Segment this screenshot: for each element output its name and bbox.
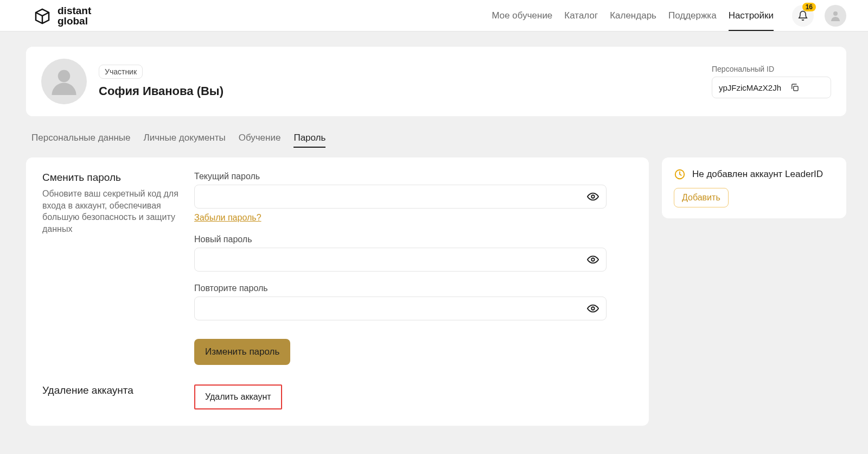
delete-account-head: Удаление аккаунта — [42, 384, 194, 409]
current-password-label: Текущий пароль — [194, 172, 607, 181]
avatar-placeholder-icon — [48, 65, 80, 98]
copy-icon[interactable] — [790, 83, 800, 92]
tab-password[interactable]: Пароль — [293, 129, 326, 148]
change-password-description: Обновите ваш секретный код для входа в а… — [42, 188, 181, 235]
password-card: Сменить пароль Обновите ваш секретный ко… — [26, 157, 649, 426]
brand-text: distant global — [58, 5, 91, 26]
header: distant global Мое обучение Каталог Кале… — [0, 0, 868, 31]
settings-tabs: Персональные данные Личные документы Обу… — [31, 129, 846, 148]
change-password-submit[interactable]: Изменить пароль — [194, 339, 290, 365]
notifications-button[interactable]: 16 — [792, 5, 814, 27]
notifications-badge: 16 — [802, 3, 816, 11]
nav-calendar[interactable]: Календарь — [610, 1, 656, 31]
svg-point-4 — [591, 258, 595, 261]
forgot-password-link[interactable]: Забыли пароль? — [194, 213, 261, 223]
repeat-password-field: Повторите пароль — [194, 283, 607, 320]
clock-warning-icon — [674, 168, 686, 180]
repeat-password-label: Повторите пароль — [194, 283, 607, 293]
user-avatar-menu[interactable] — [825, 5, 846, 27]
role-badge: Участник — [99, 65, 143, 79]
nav-support[interactable]: Поддержка — [668, 1, 717, 31]
personal-id-value: ypJFzicMAzX2Jh — [719, 83, 781, 92]
leaderid-add-button[interactable]: Добавить — [674, 188, 729, 207]
delete-account-actions: Удалить аккаунт — [194, 384, 633, 409]
change-password-form: Текущий пароль Забыли пароль? Новый паро… — [194, 172, 607, 365]
profile-header-card: Участник София Иванова (Вы) Персональный… — [26, 47, 846, 116]
delete-account-button[interactable]: Удалить аккаунт — [194, 384, 282, 409]
main-nav: Мое обучение Каталог Календарь Поддержка… — [492, 1, 774, 31]
svg-point-5 — [591, 307, 595, 310]
brand-logo[interactable]: distant global — [33, 5, 91, 26]
leaderid-message: Не добавлен аккаунт LeaderID — [692, 169, 823, 180]
repeat-password-input[interactable] — [194, 297, 607, 320]
personal-id-label: Персональный ID — [712, 65, 774, 73]
brand-line1: distant — [58, 5, 91, 16]
profile-info: Участник София Иванова (Вы) — [99, 65, 224, 98]
header-actions: 16 — [792, 5, 846, 27]
personal-id-field: ypJFzicMAzX2Jh — [712, 77, 831, 98]
new-password-input[interactable] — [194, 248, 607, 272]
svg-point-3 — [591, 195, 595, 198]
nav-settings[interactable]: Настройки — [729, 1, 774, 31]
toggle-new-password-visibility[interactable] — [585, 251, 601, 268]
tab-learning[interactable]: Обучение — [239, 129, 281, 148]
personal-id-block: Персональный ID ypJFzicMAzX2Jh — [712, 65, 831, 98]
new-password-field: Новый пароль — [194, 235, 607, 272]
leaderid-row: Не добавлен аккаунт LeaderID — [674, 168, 834, 180]
toggle-repeat-password-visibility[interactable] — [585, 300, 601, 317]
delete-account-title: Удаление аккаунта — [42, 384, 181, 396]
new-password-label: Новый пароль — [194, 235, 607, 244]
eye-icon — [587, 191, 599, 203]
toggle-current-password-visibility[interactable] — [585, 188, 601, 205]
avatar-icon — [829, 9, 842, 22]
eye-icon — [587, 254, 599, 266]
profile-avatar — [41, 59, 87, 104]
svg-point-1 — [58, 70, 71, 83]
brand-line2: global — [58, 16, 91, 26]
logo-cube-icon — [33, 6, 52, 26]
current-password-input[interactable] — [194, 185, 607, 209]
svg-rect-2 — [794, 86, 798, 91]
svg-point-0 — [833, 11, 838, 16]
content-row: Сменить пароль Обновите ваш секретный ко… — [26, 157, 846, 426]
tab-personal-data[interactable]: Персональные данные — [31, 129, 131, 148]
change-password-head: Сменить пароль Обновите ваш секретный ко… — [42, 172, 194, 365]
eye-icon — [587, 302, 599, 314]
nav-catalog[interactable]: Каталог — [564, 1, 598, 31]
profile-name: София Иванова (Вы) — [99, 84, 224, 98]
bell-icon — [797, 10, 808, 21]
page-container: Участник София Иванова (Вы) Персональный… — [0, 31, 868, 441]
change-password-title: Сменить пароль — [42, 172, 181, 184]
nav-my-learning[interactable]: Мое обучение — [492, 1, 552, 31]
leaderid-card: Не добавлен аккаунт LeaderID Добавить — [662, 157, 846, 218]
tab-documents[interactable]: Личные документы — [144, 129, 226, 148]
current-password-field: Текущий пароль — [194, 172, 607, 209]
